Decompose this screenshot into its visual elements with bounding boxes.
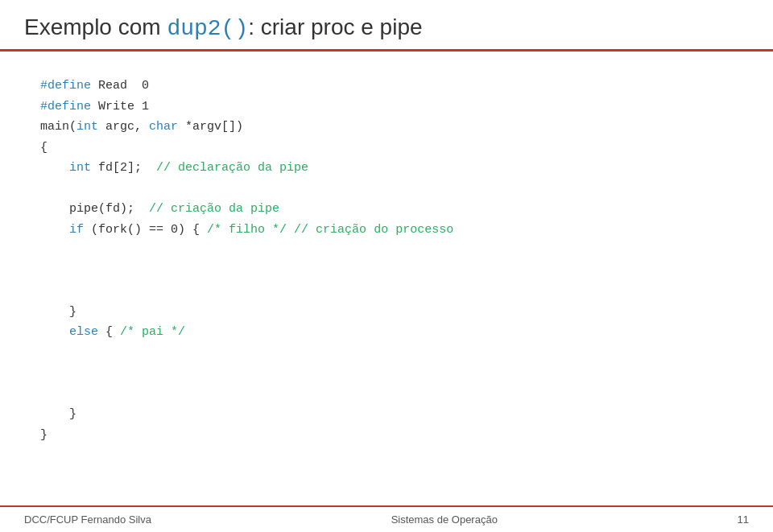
code-text-3b: argc, bbox=[98, 120, 149, 134]
code-line-17: } bbox=[40, 404, 733, 425]
comment-block-filho: /* filho */ bbox=[207, 223, 287, 237]
code-line-10 bbox=[40, 261, 733, 282]
code-line-12: } bbox=[40, 302, 733, 323]
code-text-1: Read 0 bbox=[91, 79, 149, 93]
keyword-else: else bbox=[69, 325, 98, 339]
code-text-5: fd[2]; bbox=[91, 161, 156, 175]
code-indent-5 bbox=[40, 161, 69, 175]
comment-2: // criação da pipe bbox=[149, 202, 279, 216]
code-line-3: main(int argc, char *argv[]) bbox=[40, 117, 733, 138]
code-indent-13 bbox=[40, 325, 69, 339]
code-close-else: } bbox=[40, 407, 76, 421]
slide-header: Exemplo com dup2(): criar proc e pipe bbox=[0, 0, 773, 52]
title-text-rest: : criar proc e pipe bbox=[248, 14, 422, 39]
keyword-char-main: char bbox=[149, 120, 178, 134]
keyword-define-1: #define bbox=[40, 79, 91, 93]
keyword-int-fd: int bbox=[69, 161, 91, 175]
code-brace-open: { bbox=[40, 141, 48, 155]
code-line-4: { bbox=[40, 138, 733, 159]
keyword-int-main: int bbox=[76, 120, 98, 134]
code-indent-8 bbox=[40, 223, 69, 237]
title-code: dup2() bbox=[167, 16, 248, 41]
comment-1: // declaração da pipe bbox=[156, 161, 308, 175]
footer-center: Sistemas de Operação bbox=[391, 513, 498, 526]
slide-footer: DCC/FCUP Fernando Silva Sistemas de Oper… bbox=[0, 505, 773, 532]
code-close-main: } bbox=[40, 428, 48, 442]
code-line-18: } bbox=[40, 425, 733, 446]
code-line-1: #define Read 0 bbox=[40, 76, 733, 97]
code-line-6 bbox=[40, 179, 733, 200]
code-line-7: pipe(fd); // criação da pipe bbox=[40, 199, 733, 220]
slide-title: Exemplo com dup2(): criar proc e pipe bbox=[24, 14, 749, 41]
code-line-5: int fd[2]; // declaração da pipe bbox=[40, 158, 733, 179]
code-line-8: if (fork() == 0) { /* filho */ // criaçã… bbox=[40, 220, 733, 241]
comment-block-pai: /* pai */ bbox=[120, 325, 185, 339]
code-text-8b bbox=[287, 223, 294, 237]
code-line-11 bbox=[40, 281, 733, 302]
code-close-if: } bbox=[40, 305, 76, 319]
keyword-if: if bbox=[69, 223, 84, 237]
code-line-2: #define Write 1 bbox=[40, 97, 733, 118]
code-text-7: pipe(fd); bbox=[40, 202, 149, 216]
code-line-16 bbox=[40, 384, 733, 405]
footer-left: DCC/FCUP Fernando Silva bbox=[24, 513, 151, 526]
code-line-14 bbox=[40, 343, 733, 364]
code-text-3c: *argv[]) bbox=[178, 120, 243, 134]
code-text-13: { bbox=[98, 325, 120, 339]
code-text-3a: main( bbox=[40, 120, 76, 134]
footer-right: 11 bbox=[738, 513, 749, 526]
code-text-2: Write 1 bbox=[91, 100, 149, 113]
code-text-8a: (fork() == 0) { bbox=[84, 223, 207, 237]
code-block: #define Read 0 #define Write 1 main(int … bbox=[0, 52, 773, 461]
code-line-13: else { /* pai */ bbox=[40, 322, 733, 343]
comment-3: // criação do processo bbox=[294, 223, 453, 237]
code-line-9 bbox=[40, 240, 733, 261]
title-text-plain: Exemplo com bbox=[24, 14, 167, 39]
keyword-define-2: #define bbox=[40, 100, 91, 113]
code-line-15 bbox=[40, 363, 733, 384]
